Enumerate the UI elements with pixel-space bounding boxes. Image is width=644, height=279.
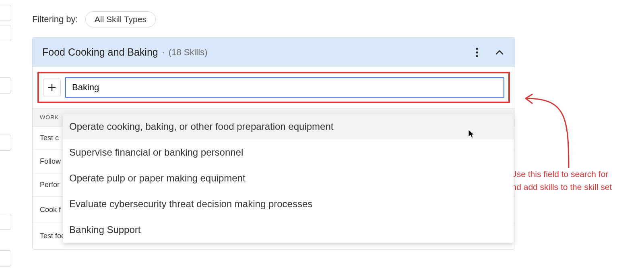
skill-search-input[interactable] bbox=[65, 77, 504, 98]
skill-suggestion-dropdown: Operate cooking, baking, or other food p… bbox=[63, 114, 514, 243]
left-stub-box bbox=[0, 5, 11, 21]
list-item-label: Cook f bbox=[40, 206, 61, 214]
skill-set-title: Food Cooking and Baking bbox=[42, 46, 158, 58]
chevron-up-icon[interactable] bbox=[494, 47, 505, 58]
left-stub-box bbox=[0, 77, 11, 94]
add-skill-input-area bbox=[37, 72, 510, 103]
left-stub-box bbox=[0, 214, 11, 230]
dropdown-item[interactable]: Banking Support bbox=[63, 217, 514, 243]
skill-set-header[interactable]: Food Cooking and Baking · (18 Skills) bbox=[33, 37, 515, 67]
svg-point-1 bbox=[476, 51, 478, 53]
annotation-arrow-icon bbox=[518, 91, 575, 176]
skill-count: (18 Skills) bbox=[169, 47, 208, 58]
list-item-label: Perfor bbox=[40, 181, 60, 189]
kebab-menu-icon[interactable] bbox=[471, 47, 483, 58]
annotation-line: and add skills to the skill set bbox=[495, 181, 624, 194]
left-stub-box bbox=[0, 250, 11, 267]
list-item-label: Follow bbox=[40, 157, 61, 166]
plus-icon bbox=[48, 83, 56, 92]
skill-type-filter-pill[interactable]: All Skill Types bbox=[85, 11, 156, 27]
dropdown-item[interactable]: Operate cooking, baking, or other food p… bbox=[63, 114, 514, 140]
dropdown-item[interactable]: Supervise financial or banking personnel bbox=[63, 140, 514, 165]
title-separator-dot: · bbox=[162, 47, 165, 58]
left-stub-box bbox=[0, 135, 11, 151]
left-stub-box bbox=[0, 25, 11, 41]
list-item-label: Test c bbox=[40, 134, 59, 142]
filter-label: Filtering by: bbox=[32, 14, 78, 25]
filter-row: Filtering by: All Skill Types bbox=[32, 11, 156, 27]
svg-point-0 bbox=[476, 48, 478, 50]
svg-point-2 bbox=[476, 55, 478, 57]
dropdown-item[interactable]: Operate pulp or paper making equipment bbox=[63, 165, 514, 191]
add-skill-button[interactable] bbox=[43, 79, 61, 96]
dropdown-item[interactable]: Evaluate cybersecurity threat decision m… bbox=[63, 191, 514, 217]
